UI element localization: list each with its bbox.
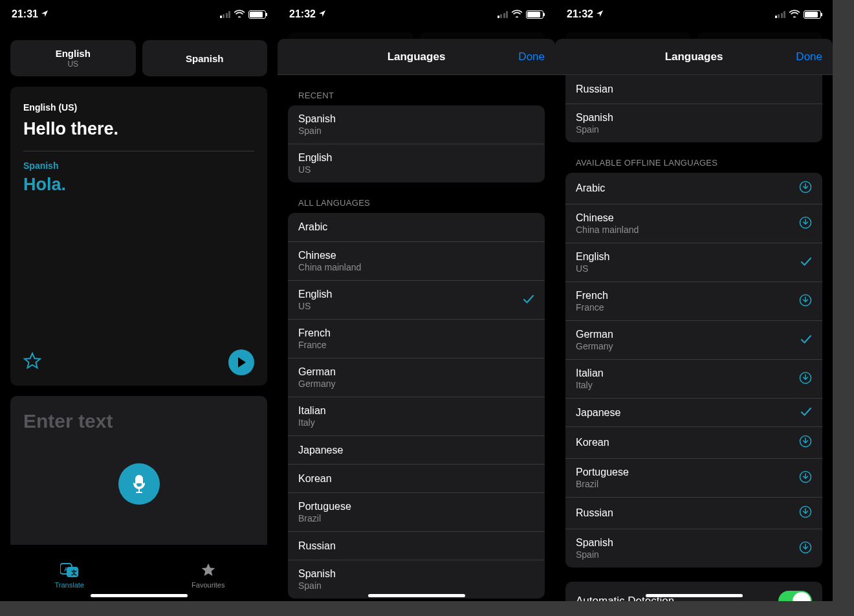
language-row[interactable]: EnglishUS bbox=[565, 243, 822, 281]
section-header-offline: AVAILABLE OFFLINE LANGUAGES bbox=[278, 599, 555, 601]
check-icon bbox=[800, 335, 812, 346]
offline-languages-list: ArabicChineseChina mainlandEnglishUSFren… bbox=[565, 173, 822, 567]
target-text: Hola. bbox=[23, 175, 254, 195]
language-row[interactable]: Japanese bbox=[288, 435, 545, 464]
language-row[interactable]: SpanishSpain bbox=[565, 104, 822, 142]
language-name: Spanish bbox=[576, 112, 613, 124]
language-name: Arabic bbox=[576, 182, 605, 194]
tab-favourites[interactable]: Favourites bbox=[139, 549, 278, 601]
cell-signal-icon bbox=[498, 11, 509, 18]
language-row[interactable]: PortugueseBrazil bbox=[288, 492, 545, 531]
sheet-title: Languages bbox=[388, 50, 446, 63]
language-region: Spain bbox=[576, 549, 613, 560]
wifi-icon bbox=[234, 8, 245, 20]
target-language-button[interactable]: Spanish bbox=[142, 40, 268, 76]
battery-icon bbox=[804, 10, 821, 19]
check-icon bbox=[800, 407, 812, 419]
section-header-all: ALL LANGUAGES bbox=[278, 182, 555, 213]
enter-text-card[interactable]: Enter text bbox=[10, 396, 267, 545]
favourite-button[interactable] bbox=[23, 352, 41, 373]
download-icon[interactable] bbox=[799, 541, 812, 556]
language-row[interactable]: Russian bbox=[565, 497, 822, 529]
language-name: Korean bbox=[298, 473, 332, 485]
status-time: 21:31 bbox=[12, 8, 38, 20]
translate-icon bbox=[60, 562, 78, 579]
microphone-button[interactable] bbox=[118, 463, 160, 505]
language-name: German bbox=[298, 366, 336, 378]
tab-bar: Translate Favourites bbox=[0, 549, 278, 601]
done-button[interactable]: Done bbox=[518, 50, 545, 63]
home-indicator[interactable] bbox=[368, 594, 465, 597]
automatic-detection-switch[interactable] bbox=[778, 591, 812, 601]
sheet-header: Languages Done bbox=[555, 39, 833, 75]
language-name: Chinese bbox=[576, 212, 639, 224]
status-bar: 21:32 bbox=[278, 0, 555, 28]
battery-icon bbox=[526, 10, 543, 19]
target-language-name: Spanish bbox=[186, 53, 223, 64]
tab-translate[interactable]: Translate bbox=[0, 549, 139, 601]
language-row[interactable]: ItalianItaly bbox=[288, 397, 545, 435]
section-header-offline: AVAILABLE OFFLINE LANGUAGES bbox=[555, 142, 833, 173]
screen-languages-offline: 21:32 Languages Done RussianSpanishSpain… bbox=[555, 0, 833, 601]
language-row[interactable]: Japanese bbox=[565, 398, 822, 426]
language-row[interactable]: GermanGermany bbox=[565, 320, 822, 359]
cell-signal-icon bbox=[775, 11, 786, 18]
check-icon bbox=[523, 294, 534, 306]
download-icon[interactable] bbox=[799, 470, 812, 486]
language-name: Japanese bbox=[576, 407, 620, 419]
language-name: Russian bbox=[298, 540, 336, 552]
language-row[interactable]: GermanGermany bbox=[288, 358, 545, 397]
play-audio-button[interactable] bbox=[228, 349, 254, 375]
status-time: 21:32 bbox=[289, 8, 316, 20]
download-icon[interactable] bbox=[799, 505, 812, 521]
download-icon[interactable] bbox=[799, 181, 812, 196]
download-icon[interactable] bbox=[799, 216, 812, 232]
source-language-name: English bbox=[56, 48, 91, 59]
location-icon bbox=[596, 8, 604, 20]
language-region: Spain bbox=[298, 580, 336, 591]
language-region: Brazil bbox=[298, 513, 351, 523]
battery-icon bbox=[248, 10, 266, 19]
wifi-icon bbox=[512, 8, 522, 20]
language-row[interactable]: EnglishUS bbox=[288, 280, 545, 319]
language-name: Russian bbox=[576, 83, 613, 95]
home-indicator[interactable] bbox=[646, 594, 743, 597]
language-row[interactable]: SpanishSpain bbox=[288, 105, 545, 144]
language-row[interactable]: Arabic bbox=[288, 213, 545, 241]
source-language-button[interactable]: English US bbox=[10, 40, 136, 76]
language-region: Spain bbox=[298, 126, 336, 136]
language-row[interactable]: SpanishSpain bbox=[288, 560, 545, 599]
home-indicator[interactable] bbox=[91, 594, 188, 597]
languages-sheet: Languages Done RussianSpanishSpainAVAILA… bbox=[555, 39, 833, 601]
language-row[interactable]: ChineseChina mainland bbox=[565, 204, 822, 243]
language-row[interactable]: FrenchFrance bbox=[565, 281, 822, 320]
recent-languages-list: SpanishSpainEnglishUS bbox=[288, 105, 545, 182]
languages-sheet: Languages Done RECENTSpanishSpainEnglish… bbox=[278, 39, 555, 601]
language-name: French bbox=[298, 327, 331, 339]
language-row[interactable]: Russian bbox=[288, 531, 545, 560]
language-row[interactable]: SpanishSpain bbox=[565, 529, 822, 567]
download-icon[interactable] bbox=[799, 371, 812, 387]
language-row[interactable]: Russian bbox=[565, 75, 822, 104]
language-row[interactable]: Korean bbox=[565, 426, 822, 458]
screen-languages-list: 21:32 Languages Done RECENTSpanishSpainE… bbox=[278, 0, 555, 601]
location-icon bbox=[41, 8, 49, 20]
download-icon[interactable] bbox=[799, 294, 812, 309]
language-region: US bbox=[298, 164, 332, 175]
language-row[interactable]: EnglishUS bbox=[288, 144, 545, 182]
language-row[interactable]: ChineseChina mainland bbox=[288, 241, 545, 280]
target-lang-label: Spanish bbox=[23, 160, 254, 171]
language-row[interactable]: PortugueseBrazil bbox=[565, 458, 822, 497]
language-row[interactable]: ItalianItaly bbox=[565, 359, 822, 398]
location-icon bbox=[318, 8, 326, 20]
card-divider bbox=[23, 151, 254, 151]
language-name: Japanese bbox=[298, 445, 343, 456]
language-name: Spanish bbox=[298, 568, 336, 580]
status-bar: 21:32 bbox=[555, 0, 833, 28]
download-icon[interactable] bbox=[799, 435, 812, 450]
language-region: France bbox=[576, 302, 608, 313]
done-button[interactable]: Done bbox=[796, 50, 822, 63]
language-row[interactable]: Korean bbox=[288, 464, 545, 492]
language-row[interactable]: FrenchFrance bbox=[288, 319, 545, 358]
language-row[interactable]: Arabic bbox=[565, 173, 822, 204]
